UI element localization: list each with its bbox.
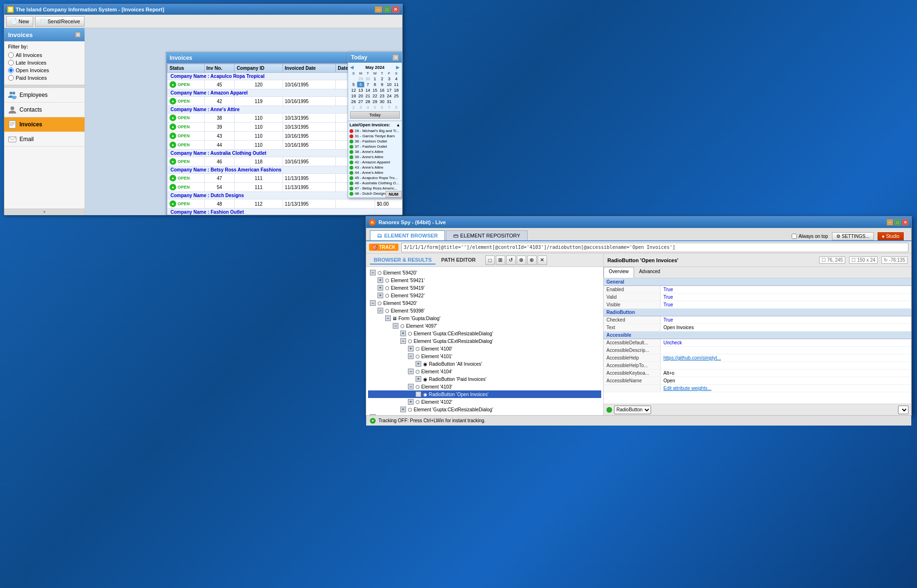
browser-icon-5[interactable]: ⊕ <box>527 256 537 265</box>
rx-tree-area[interactable]: −⬡Element '59420'+⬡Element '59421'+⬡Elem… <box>366 267 603 415</box>
calendar-day[interactable]: 24 <box>386 93 393 99</box>
track-path-input[interactable] <box>401 243 908 252</box>
sidebar-close-btn[interactable]: ✕ <box>75 32 81 38</box>
calendar-day[interactable]: 31 <box>386 99 393 104</box>
late-open-expand[interactable]: ▲ <box>396 123 400 127</box>
cal-prev-btn[interactable]: ◀ <box>350 65 354 70</box>
tree-item[interactable]: −⬡Element '4104' <box>368 368 601 375</box>
tree-expander[interactable]: − <box>385 315 391 321</box>
browser-icon-3[interactable]: ↺ <box>506 256 516 265</box>
filter-late-invoices[interactable]: Late Invoices <box>8 59 81 66</box>
tree-expander[interactable]: − <box>370 270 376 275</box>
calendar-day[interactable]: 3 <box>386 76 393 82</box>
calendar-day[interactable]: 9 <box>378 82 386 87</box>
browser-icon-4[interactable]: ⊕ <box>517 256 526 265</box>
calendar-day[interactable]: 8 <box>371 82 378 87</box>
tree-expander[interactable]: + <box>416 391 421 397</box>
late-open-item[interactable]: 42 - Amazon Apparel <box>350 160 400 165</box>
settings-button[interactable]: ⚙ SETTINGS... <box>832 232 874 240</box>
advanced-tab[interactable]: Advanced <box>634 267 665 278</box>
selector-dropdown[interactable]: RadioButton <box>614 406 651 414</box>
late-open-item[interactable]: 43 - Anne's Attire <box>350 165 400 170</box>
calendar-day[interactable]: 18 <box>393 87 400 93</box>
calendar-day[interactable]: 27 <box>357 99 364 104</box>
calendar-day[interactable]: 8 <box>393 104 400 110</box>
calendar-day[interactable]: 12 <box>350 87 357 93</box>
tree-item[interactable]: −⬡Element 'Gupta:CExtResizableDialog' <box>368 337 601 345</box>
tree-item[interactable]: +⬡Element '4102' <box>368 398 601 406</box>
tree-expander[interactable]: + <box>378 277 383 283</box>
calendar-day[interactable]: 20 <box>357 93 364 99</box>
tree-expander[interactable]: + <box>378 285 383 291</box>
calendar-day[interactable]: 3 <box>357 104 364 110</box>
tree-item[interactable]: +⬡Element '59419' <box>368 284 601 292</box>
calendar-day[interactable]: 15 <box>371 87 378 93</box>
filter-open-invoices[interactable]: Open Invoices <box>8 66 81 74</box>
calendar-day[interactable]: 16 <box>378 87 386 93</box>
late-open-item[interactable]: 37 - Fashion Outlet <box>350 144 400 149</box>
send-receive-button[interactable]: 📨 Send/Receive <box>35 16 85 27</box>
calendar-day[interactable]: 2 <box>378 76 386 82</box>
calendar-day[interactable]: 21 <box>364 93 371 99</box>
tree-item[interactable]: −⬡Element '59398' <box>368 307 601 314</box>
minimize-button[interactable]: ─ <box>375 6 382 13</box>
tree-expander[interactable]: + <box>400 331 406 336</box>
sidebar-item-contacts[interactable]: Contacts <box>4 103 85 117</box>
tree-expander[interactable]: − <box>393 323 398 329</box>
late-open-item[interactable]: 47 - Betsy Ross Americ... <box>350 186 400 191</box>
filter-all-invoices[interactable]: All Invoices <box>8 51 81 59</box>
tree-item[interactable]: +⬡Element '59422' <box>368 292 601 299</box>
tree-item[interactable]: +◉RadioButton 'Open Invoices' <box>368 390 601 398</box>
tree-expander[interactable]: − <box>408 369 414 374</box>
filter-open-radio[interactable] <box>8 67 14 73</box>
table-row[interactable]: ●OPEN 48 112 11/13/1995 $0.00 <box>168 199 403 209</box>
late-open-item[interactable]: 39 - Anne's Attire <box>350 154 400 160</box>
rx-minimize-btn[interactable]: ─ <box>887 219 893 226</box>
calendar-day[interactable]: 4 <box>393 76 400 82</box>
tree-item[interactable]: −🖥Form 'Gupta:Dialog' <box>368 314 601 322</box>
filter-all-radio[interactable] <box>8 52 14 58</box>
late-open-item[interactable]: 31 - Garcia Tiedye Barn <box>350 133 400 139</box>
sidebar-item-email[interactable]: Email <box>4 132 85 147</box>
calendar-day[interactable]: 14 <box>364 87 371 93</box>
overview-tab[interactable]: Overview <box>604 267 634 278</box>
calendar-day[interactable]: 2 <box>350 104 357 110</box>
calendar-day[interactable]: 30 <box>364 76 371 82</box>
tree-item[interactable]: −⬡Element '59420' <box>368 299 601 307</box>
calendar-day[interactable]: 26 <box>350 99 357 104</box>
close-button[interactable]: ✕ <box>392 6 399 13</box>
tree-expander[interactable]: − <box>370 300 376 306</box>
tab-element-repository[interactable]: 🗃 ELEMENT REPOSITORY <box>446 230 528 240</box>
calendar-day[interactable]: 30 <box>378 99 386 104</box>
maximize-button[interactable]: □ <box>383 6 391 13</box>
new-button[interactable]: 📄 New <box>6 16 33 27</box>
tree-expander[interactable]: − <box>408 353 414 359</box>
calendar-day[interactable]: 19 <box>350 93 357 99</box>
late-open-item[interactable]: 28 - Michael's Big and Ti... <box>350 128 400 133</box>
calendar-day[interactable]: 10 <box>386 82 393 87</box>
late-open-item[interactable]: 38 - Anne's Attire <box>350 149 400 154</box>
calendar-day[interactable]: 13 <box>357 87 364 93</box>
tree-item[interactable]: −⬡Element '4097' <box>368 322 601 330</box>
late-open-item[interactable]: 44 - Anne's Attire <box>350 170 400 175</box>
tree-item[interactable]: +◉RadioButton 'Paid Invoices' <box>368 375 601 383</box>
tree-expander[interactable]: + <box>416 376 421 382</box>
cal-next-btn[interactable]: ▶ <box>396 65 400 70</box>
tree-item[interactable]: +⬡Element '59421' <box>368 413 601 415</box>
calendar-day[interactable]: 28 <box>364 99 371 104</box>
tree-item[interactable]: +⬡Element '4100' <box>368 345 601 352</box>
tab-element-browser[interactable]: 🗂 ELEMENT BROWSER <box>370 230 445 240</box>
calendar-day[interactable]: 23 <box>378 93 386 99</box>
tree-item[interactable]: +⬡Element '59421' <box>368 276 601 284</box>
tree-item[interactable]: +⬡Element 'Gupta:CExtResizableDialog' <box>368 406 601 413</box>
rx-maximize-btn[interactable]: □ <box>894 219 901 226</box>
tree-item[interactable]: +⬡Element 'Gupta:CExtResizableDialog' <box>368 330 601 337</box>
calendar-day[interactable]: 6 <box>378 104 386 110</box>
calendar-day[interactable]: 5 <box>350 82 357 87</box>
tree-expander[interactable]: − <box>400 338 406 344</box>
prop-value[interactable]: Edit attribute weights... <box>661 385 911 392</box>
sidebar-item-invoices[interactable]: Invoices <box>4 117 85 132</box>
filter-late-radio[interactable] <box>8 60 14 66</box>
tree-expander[interactable]: − <box>378 308 383 313</box>
browser-results-tab[interactable]: BROWSER & RESULTS <box>370 256 435 265</box>
